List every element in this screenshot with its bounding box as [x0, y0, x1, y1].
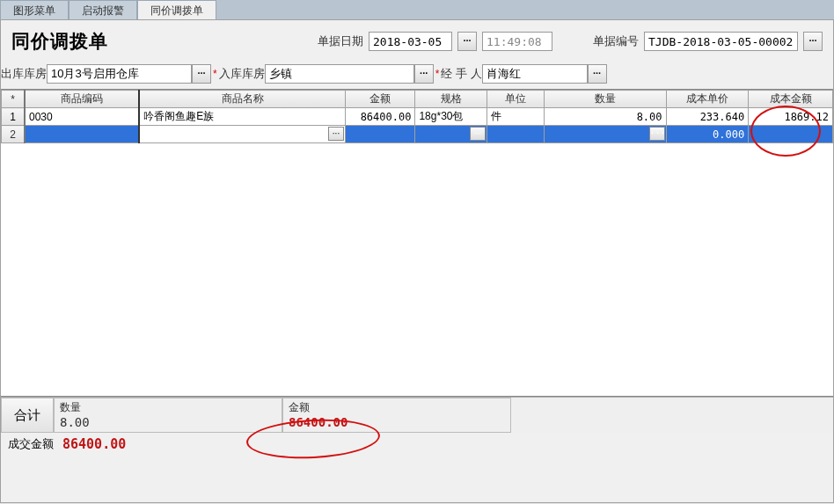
tab-start-alarm[interactable]: 启动报警	[69, 0, 137, 19]
row-index: 2	[2, 126, 25, 143]
cell-name[interactable]: ···	[139, 126, 345, 143]
main-area: 同价调拨单 单据日期 ··· 单据编号 ··· 出库库房 ··· * 入库库房 …	[0, 19, 834, 503]
deal-amount-value: 86400.00	[62, 436, 126, 452]
cell-cost-price[interactable]: 233.640	[666, 108, 749, 126]
summary-amount-value: 86400.00	[289, 415, 505, 429]
in-wh-label: 入库库房	[219, 66, 265, 82]
out-wh-label: 出库库房	[1, 66, 47, 82]
col-amount[interactable]: 金额	[346, 91, 415, 108]
col-product-name[interactable]: 商品名称	[139, 91, 345, 108]
handler-picker-button[interactable]: ···	[588, 64, 607, 84]
handler-input[interactable]	[482, 64, 588, 84]
out-wh-input[interactable]	[47, 64, 192, 84]
cell-cost-amount[interactable]: 1869.12	[749, 108, 833, 126]
cell-spec[interactable]: ···	[415, 126, 486, 143]
required-star-in: *	[435, 68, 440, 80]
date-input[interactable]	[369, 32, 452, 51]
summary-amount-block: 金额 86400.00	[282, 398, 511, 433]
tabs-bar: 图形菜单 启动报警 同价调拨单	[0, 0, 834, 19]
docno-label: 单据编号	[593, 33, 639, 49]
handler-label: 经 手 人	[441, 66, 481, 82]
tab-graphic-menu[interactable]: 图形菜单	[0, 0, 69, 19]
in-wh-input[interactable]	[265, 64, 414, 84]
date-picker-button[interactable]: ···	[457, 32, 477, 51]
cell-amount[interactable]: 86400.00	[346, 108, 415, 126]
summary-qty-block: 数量 8.00	[54, 398, 282, 433]
data-grid[interactable]: * 商品编码 商品名称 金额 规格 单位 数量 成本单价 成本金额 1 0030…	[1, 89, 833, 397]
tab-transfer-order[interactable]: 同价调拨单	[137, 0, 216, 19]
col-cost-price[interactable]: 成本单价	[666, 91, 749, 108]
col-product-code[interactable]: 商品编码	[25, 91, 139, 108]
deal-amount-label: 成交金额	[8, 436, 54, 452]
table-row[interactable]: 1 0030 吟香阁鱼趣E族 86400.00 18g*30包 件 8.00 2…	[2, 108, 833, 126]
cell-unit[interactable]: 件	[486, 108, 544, 126]
summary-amount-label: 金额	[289, 400, 505, 415]
table-row[interactable]: 2 ··· ··· ··· 0.	[2, 126, 833, 143]
summary-qty-label: 数量	[60, 400, 276, 415]
cell-name-picker-button[interactable]: ···	[328, 127, 344, 141]
cell-amount[interactable]	[346, 126, 415, 143]
col-qty[interactable]: 数量	[545, 91, 666, 108]
docno-input[interactable]	[644, 32, 798, 51]
row-index: 1	[2, 108, 25, 126]
page-title: 同价调拨单	[11, 29, 108, 54]
grid-header: * 商品编码 商品名称 金额 规格 单位 数量 成本单价 成本金额	[2, 91, 833, 108]
title-row: 同价调拨单 单据日期 ··· 单据编号 ···	[1, 20, 833, 61]
time-input[interactable]	[482, 32, 552, 51]
summary-label: 合计	[1, 398, 54, 433]
summary-row: 合计 数量 8.00 金额 86400.00	[1, 397, 833, 433]
header-fields: 单据日期 ··· 单据编号 ···	[309, 32, 823, 51]
cell-qty-picker-button[interactable]: ···	[649, 127, 665, 141]
cell-qty[interactable]: ···	[545, 126, 666, 143]
docno-picker-button[interactable]: ···	[803, 32, 823, 51]
col-unit[interactable]: 单位	[486, 91, 544, 108]
cell-name[interactable]: 吟香阁鱼趣E族	[139, 108, 345, 126]
col-spec[interactable]: 规格	[415, 91, 486, 108]
required-star-out: *	[213, 68, 217, 80]
cell-qty[interactable]: 8.00	[545, 108, 666, 126]
deal-row: 成交金额 86400.00	[1, 433, 833, 456]
col-rownum[interactable]: *	[2, 91, 25, 108]
cell-code[interactable]: 0030	[25, 108, 139, 126]
cell-cost-amount[interactable]	[749, 126, 833, 143]
cell-spec-picker-button[interactable]: ···	[470, 127, 486, 141]
summary-qty-value: 8.00	[60, 415, 276, 429]
date-label: 单据日期	[318, 33, 363, 49]
cell-spec[interactable]: 18g*30包	[415, 108, 486, 126]
cell-cost-price[interactable]: 0.000	[666, 126, 749, 143]
cell-unit[interactable]	[486, 126, 544, 143]
cell-code[interactable]	[25, 126, 139, 143]
warehouse-row: 出库库房 ··· * 入库库房 ··· * 经 手 人 ···	[1, 61, 833, 89]
col-cost-amount[interactable]: 成本金额	[749, 91, 833, 108]
in-wh-picker-button[interactable]: ···	[414, 64, 434, 84]
out-wh-picker-button[interactable]: ···	[192, 64, 211, 84]
